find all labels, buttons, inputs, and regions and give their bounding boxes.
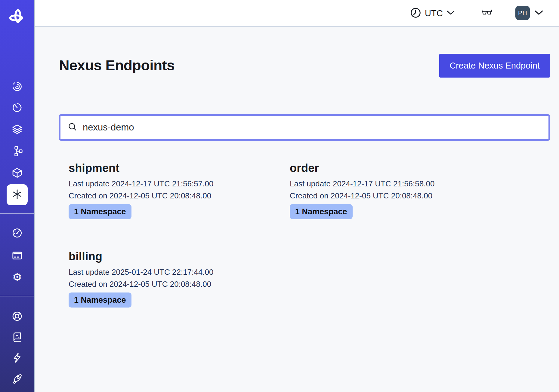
- endpoint-name[interactable]: order: [290, 161, 434, 175]
- life-ring-icon: [11, 311, 23, 322]
- timezone-label: UTC: [425, 8, 443, 18]
- namespace-count-badge: 1 Namespace: [69, 292, 131, 308]
- nexus-asterisk-icon: [12, 189, 22, 201]
- search-input[interactable]: [82, 122, 541, 133]
- sidebar-item-deployments[interactable]: [9, 121, 26, 138]
- glasses-icon: [481, 8, 493, 19]
- page-header: Nexus Endpoints Create Nexus Endpoint: [59, 47, 550, 84]
- endpoint-card[interactable]: billing Last update 2025-01-24 UTC 22:17…: [69, 249, 213, 308]
- endpoint-last-update: Last update 2024-12-17 UTC 21:56:57.00: [69, 178, 213, 190]
- page-title: Nexus Endpoints: [59, 57, 175, 75]
- clock-icon: [410, 7, 421, 20]
- sidebar-divider: [0, 296, 34, 296]
- chevron-down-icon: [534, 10, 543, 17]
- sidebar-item-billing[interactable]: [9, 247, 26, 264]
- namespace-count-badge: 1 Namespace: [290, 204, 353, 219]
- user-avatar[interactable]: PH: [515, 6, 530, 20]
- app-window: ⚙: [0, 0, 559, 392]
- timezone-selector[interactable]: UTC: [410, 0, 455, 26]
- rocket-icon: [11, 373, 23, 384]
- create-nexus-endpoint-button[interactable]: Create Nexus Endpoint: [439, 54, 550, 78]
- sidebar-divider: [0, 213, 34, 214]
- endpoint-last-update: Last update 2025-01-24 UTC 22:17:44.00: [69, 266, 213, 278]
- gear-icon: ⚙: [12, 272, 22, 283]
- endpoint-search-box: [59, 114, 550, 141]
- account-menu-button[interactable]: [534, 0, 543, 26]
- endpoint-created-on: Created on 2024-12-05 UTC 20:08:48.00: [69, 278, 213, 290]
- sidebar: ⚙: [0, 0, 35, 392]
- avatar-initials: PH: [518, 9, 527, 17]
- main-content: Nexus Endpoints Create Nexus Endpoint sh…: [35, 27, 559, 392]
- endpoint-created-on: Created on 2024-12-05 UTC 20:08:48.00: [69, 190, 213, 202]
- timer-icon: [11, 102, 23, 113]
- top-bar: UTC PH: [35, 0, 559, 27]
- chevron-down-icon: [446, 10, 455, 16]
- sidebar-item-workflows[interactable]: [9, 78, 26, 95]
- namespace-count-badge: 1 Namespace: [69, 204, 131, 219]
- endpoint-name[interactable]: billing: [69, 249, 213, 264]
- endpoint-card[interactable]: shipment Last update 2024-12-17 UTC 21:5…: [69, 161, 213, 219]
- temporal-logo-icon[interactable]: [8, 8, 26, 26]
- sidebar-item-getting-started[interactable]: [9, 370, 26, 387]
- endpoint-name[interactable]: shipment: [69, 161, 213, 175]
- search-icon: [68, 122, 77, 133]
- data-encoder-button[interactable]: [481, 0, 493, 26]
- endpoint-last-update: Last update 2024-12-17 UTC 21:56:58.00: [290, 178, 434, 190]
- docs-book-icon: [11, 332, 23, 343]
- endpoint-list: shipment Last update 2024-12-17 UTC 21:5…: [59, 141, 550, 351]
- sidebar-item-usage[interactable]: [9, 225, 26, 241]
- sidebar-item-support[interactable]: [9, 308, 26, 325]
- sidebar-item-feedback[interactable]: [9, 349, 26, 366]
- sidebar-item-docs[interactable]: [9, 329, 26, 346]
- gauge-icon: [11, 227, 23, 239]
- sidebar-item-settings[interactable]: ⚙: [9, 269, 26, 286]
- workflows-spiral-icon: [11, 81, 23, 92]
- cube-icon: [11, 167, 23, 179]
- graph-branch-icon: [11, 145, 23, 157]
- sidebar-item-schedules[interactable]: [9, 99, 26, 116]
- sidebar-item-task-queues[interactable]: [9, 143, 26, 160]
- endpoint-created-on: Created on 2024-12-05 UTC 20:08:48.00: [290, 190, 434, 202]
- lightning-icon: [11, 352, 23, 363]
- sidebar-item-namespaces[interactable]: [9, 164, 26, 181]
- billing-card-icon: [11, 250, 23, 261]
- layers-icon: [11, 124, 23, 135]
- endpoint-card[interactable]: order Last update 2024-12-17 UTC 21:56:5…: [290, 161, 434, 219]
- sidebar-item-nexus-active[interactable]: [7, 184, 28, 205]
